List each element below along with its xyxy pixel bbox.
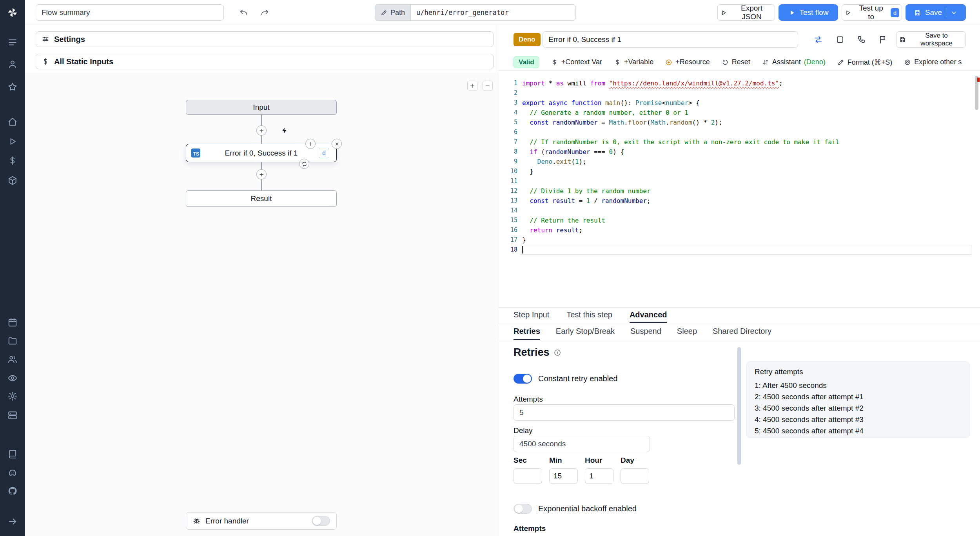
code-line-1[interactable]: 1import * as wmill from "https://deno.la… <box>498 78 980 88</box>
reset-button[interactable]: Reset <box>722 58 750 66</box>
subtab-shared-directory[interactable]: Shared Directory <box>713 323 771 340</box>
subtab-retries[interactable]: Retries <box>514 323 540 340</box>
code-line-12[interactable]: 12 // Divide 1 by the random number <box>498 186 980 196</box>
code-line-13[interactable]: 13 const result = 1 / randomNumber; <box>498 196 980 206</box>
sidebar-item-list[interactable] <box>0 34 25 50</box>
code-line-4[interactable]: 4 // Generate a random number, either 0 … <box>498 108 980 118</box>
step-name-input[interactable] <box>543 31 798 48</box>
sidebar-item-discord[interactable] <box>0 465 25 481</box>
hour-input[interactable] <box>585 468 613 484</box>
info-icon[interactable] <box>554 349 561 357</box>
line-number: 12 <box>498 186 517 196</box>
code-line-8[interactable]: 8 if (randomNumber === 0) { <box>498 147 980 157</box>
attempts-input[interactable] <box>514 404 735 421</box>
sidebar-item-user[interactable] <box>0 56 25 72</box>
square-button[interactable] <box>834 34 846 45</box>
test-up-to-label: Test up to <box>855 4 886 21</box>
format-button[interactable]: Format (⌘+S) <box>837 58 893 67</box>
code-line-11[interactable]: 11 <box>498 176 980 186</box>
sidebar-item-eye[interactable] <box>0 370 25 386</box>
export-json-button[interactable]: Export JSON <box>717 4 775 21</box>
exponential-backoff-toggle[interactable] <box>514 504 532 514</box>
flow-node-result[interactable]: Result <box>186 190 337 207</box>
code-line-7[interactable]: 7 // If randomNumber is 0, exit the scri… <box>498 137 980 147</box>
chevron-down-icon[interactable] <box>950 9 958 16</box>
line-number: 18 <box>498 245 517 255</box>
tab-test-this-step[interactable]: Test this step <box>566 308 612 323</box>
constant-retry-toggle[interactable] <box>514 374 532 384</box>
redo-icon <box>260 8 269 17</box>
sidebar-item-home[interactable] <box>0 114 25 130</box>
flow-node-input[interactable]: Input <box>186 100 337 115</box>
zoom-in-button[interactable] <box>467 81 477 91</box>
sidebar-item-users[interactable] <box>0 351 25 367</box>
code-line-16[interactable]: 16 return result; <box>498 225 980 235</box>
play-icon <box>788 9 796 16</box>
sidebar-item-gear[interactable] <box>0 388 25 404</box>
add-variable-button[interactable]: +Variable <box>614 58 653 66</box>
sidebar-item-play[interactable] <box>0 134 25 149</box>
code-line-14[interactable]: 14 <box>498 206 980 215</box>
subtab-early-stop-break[interactable]: Early Stop/Break <box>556 323 615 340</box>
undo-button[interactable] <box>236 5 251 20</box>
all-static-inputs-bar[interactable]: All Static Inputs <box>36 54 494 69</box>
sidebar-item-github[interactable] <box>0 483 25 499</box>
path-chip[interactable]: Path <box>375 4 410 21</box>
explore-scripts-button[interactable]: Explore other s <box>904 58 962 66</box>
code-line-2[interactable]: 2 <box>498 88 980 98</box>
sidebar-item-star[interactable] <box>0 79 25 95</box>
code-line-10[interactable]: 10 } <box>498 167 980 176</box>
tab-step-input[interactable]: Step Input <box>514 308 549 323</box>
phone-button[interactable] <box>856 34 867 45</box>
add-branch-button[interactable] <box>305 139 316 149</box>
test-up-to-button[interactable]: Test up to d <box>842 4 902 21</box>
sidebar-item-cube[interactable] <box>0 173 25 188</box>
delay-input[interactable] <box>514 436 650 452</box>
sidebar-item-dollar[interactable] <box>0 153 25 168</box>
add-context-var-button[interactable]: +Context Var <box>551 58 602 66</box>
save-to-workspace-button[interactable]: Save to workspace <box>896 31 966 48</box>
day-input[interactable] <box>621 468 649 484</box>
sidebar-item-calendar[interactable] <box>0 315 25 330</box>
windmill-logo[interactable] <box>0 5 25 20</box>
swap-arrows-button[interactable] <box>812 34 824 45</box>
error-handler-node[interactable]: Error handler <box>186 512 337 530</box>
test-flow-button[interactable]: Test flow <box>779 4 838 21</box>
delete-step-button[interactable] <box>332 139 342 149</box>
save-button[interactable]: Save <box>906 4 966 21</box>
redo-button[interactable] <box>257 5 272 20</box>
sidebar-item-arrow-right[interactable] <box>0 514 25 529</box>
path-input[interactable] <box>410 4 576 21</box>
sidebar-item-folder[interactable] <box>0 333 25 349</box>
code-editor[interactable]: 1import * as wmill from "https://deno.la… <box>498 71 980 307</box>
assistant-button[interactable]: Assistant(Deno) <box>762 58 826 66</box>
subtab-sleep[interactable]: Sleep <box>677 323 697 340</box>
sidebar-item-server[interactable] <box>0 407 25 423</box>
sidebar-item-book[interactable] <box>0 446 25 462</box>
panel-scrollbar[interactable] <box>737 347 741 465</box>
code-line-9[interactable]: 9 Deno.exit(1); <box>498 157 980 167</box>
divider <box>946 8 946 17</box>
loop-step-button[interactable] <box>299 159 309 169</box>
insert-step-button[interactable] <box>256 125 267 136</box>
step-shortcut-badge[interactable]: d <box>319 148 329 158</box>
code-line-17[interactable]: 17} <box>498 235 980 245</box>
min-input[interactable] <box>549 468 578 484</box>
sec-input[interactable] <box>514 468 542 484</box>
code-line-3[interactable]: 3export async function main(): Promise<n… <box>498 98 980 108</box>
flow-settings-bar[interactable]: Settings <box>36 31 494 47</box>
code-line-5[interactable]: 5 const randomNumber = Math.floor(Math.r… <box>498 118 980 127</box>
subtab-suspend[interactable]: Suspend <box>630 323 661 340</box>
tab-advanced[interactable]: Advanced <box>630 308 667 323</box>
flag-button[interactable] <box>877 34 889 45</box>
flow-summary-input[interactable] <box>36 4 224 21</box>
trigger-button[interactable] <box>278 125 290 136</box>
code-line-18[interactable]: 18 <box>498 245 980 255</box>
code-line-6[interactable]: 6 <box>498 127 980 137</box>
line-number: 2 <box>498 88 517 98</box>
error-handler-toggle[interactable] <box>312 516 330 526</box>
code-line-15[interactable]: 15 // Return the result <box>498 215 980 225</box>
add-resource-button[interactable]: +Resource <box>665 58 710 66</box>
insert-step-button[interactable] <box>256 169 267 179</box>
zoom-out-button[interactable] <box>483 81 493 91</box>
